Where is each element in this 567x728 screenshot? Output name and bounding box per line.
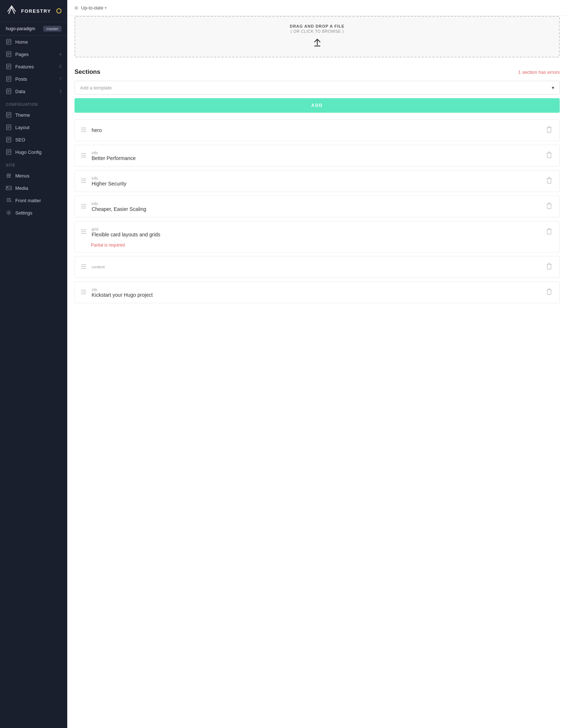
sidebar-item-home[interactable]: Home xyxy=(0,36,67,48)
section-item-inner: cta Kickstart your Hugo project xyxy=(75,282,559,303)
section-item-info-performance: info Better Performance xyxy=(75,145,560,167)
drag-handle-icon[interactable] xyxy=(81,178,87,184)
section-type: info xyxy=(92,201,545,206)
sidebar-item-seo[interactable]: SEO xyxy=(0,133,67,146)
delete-section-button[interactable] xyxy=(545,201,554,212)
status-dot-icon xyxy=(75,6,78,10)
topbar: Up-to-date ▾ xyxy=(67,0,567,16)
drag-handle-icon[interactable] xyxy=(81,289,87,295)
sidebar-item-count: 4 xyxy=(59,52,61,56)
section-info: info Better Performance xyxy=(92,151,545,161)
status-circle-icon xyxy=(56,8,61,13)
sidebar-item-front-matter[interactable]: Front matter xyxy=(0,194,67,207)
delete-section-button[interactable] xyxy=(545,227,554,237)
pages-document-icon xyxy=(6,51,12,57)
sidebar-item-posts[interactable]: Posts 7 xyxy=(0,73,67,85)
sidebar-item-label: Front matter xyxy=(15,198,41,203)
sidebar-item-theme[interactable]: Theme xyxy=(0,109,67,121)
media-icon xyxy=(6,185,12,191)
drag-handle-icon[interactable] xyxy=(81,264,87,270)
add-template-button[interactable]: ADD xyxy=(75,98,560,113)
forestry-logo-icon xyxy=(6,5,17,17)
sidebar-item-hugo-config[interactable]: Hugo Config xyxy=(0,146,67,158)
seo-document-icon xyxy=(6,137,12,143)
sidebar-header: FORESTRY xyxy=(0,0,67,22)
hugo-config-document-icon xyxy=(6,149,12,155)
sidebar-item-label: Theme xyxy=(15,112,30,118)
delete-section-button[interactable] xyxy=(545,125,554,136)
delete-section-button[interactable] xyxy=(545,287,554,298)
section-item-info-security: info Higher Security xyxy=(75,170,560,192)
section-item-inner: info Cheaper, Easier Scaling xyxy=(75,196,559,217)
section-item-inner: content xyxy=(75,256,559,277)
sidebar-item-label: Hugo Config xyxy=(15,149,41,155)
drag-handle-icon[interactable] xyxy=(81,153,87,159)
svg-point-40 xyxy=(7,187,8,188)
sidebar-item-pages[interactable]: Pages 4 xyxy=(0,48,67,60)
section-item-inner: info Better Performance xyxy=(75,145,559,166)
repo-row: hugo-paradigm master xyxy=(0,22,67,36)
section-info: info Cheaper, Easier Scaling xyxy=(92,201,545,212)
svg-rect-39 xyxy=(6,186,11,190)
delete-section-button[interactable] xyxy=(545,150,554,161)
section-item-info-scaling: info Cheaper, Easier Scaling xyxy=(75,196,560,217)
sidebar-item-label: Layout xyxy=(15,125,29,130)
sidebar-item-label: Settings xyxy=(15,210,32,216)
section-info: info Higher Security xyxy=(92,176,545,187)
sidebar-item-label: Menus xyxy=(15,173,29,179)
repo-name: hugo-paradigm xyxy=(6,26,35,31)
sidebar-item-label: Features xyxy=(15,64,34,69)
upload-icon xyxy=(83,37,552,49)
delete-section-button[interactable] xyxy=(545,261,554,272)
section-item-inner: hero xyxy=(75,120,559,141)
config-section-label: CONFIGUATION xyxy=(0,97,67,109)
main-content: Up-to-date ▾ DRAG AND DROP A FILE ( OR C… xyxy=(67,0,567,728)
delete-section-button[interactable] xyxy=(545,176,554,187)
template-select-placeholder[interactable]: Add a template xyxy=(75,81,547,94)
sidebar-item-label: SEO xyxy=(15,137,25,143)
section-name: Higher Security xyxy=(92,181,545,187)
sidebar-item-label: Posts xyxy=(15,76,27,82)
sidebar-item-data[interactable]: Data 3 xyxy=(0,85,67,97)
branch-badge: master xyxy=(43,26,61,32)
sidebar-item-layout[interactable]: Layout xyxy=(0,121,67,133)
nav-main: Home Pages 4 Features 5 xyxy=(0,36,67,97)
sections-header: Sections 1 section has errors xyxy=(75,66,560,76)
drag-handle-icon[interactable] xyxy=(81,204,87,209)
nav-site: Menus Media Front matter Sett xyxy=(0,169,67,219)
sidebar-item-label: Home xyxy=(15,39,28,45)
sidebar-item-menus[interactable]: Menus xyxy=(0,169,67,182)
section-item-grid-layouts: grid Flexible card layouts and grids Par… xyxy=(75,221,560,252)
svg-point-44 xyxy=(8,212,10,214)
sections-title: Sections xyxy=(75,68,100,76)
drag-drop-text: DRAG AND DROP A FILE xyxy=(83,24,552,28)
partial-error-text: Partial is required xyxy=(75,243,559,252)
chevron-down-icon[interactable]: ▾ xyxy=(105,6,106,10)
sidebar-item-settings[interactable]: Settings xyxy=(0,207,67,219)
drag-handle-icon[interactable] xyxy=(81,127,87,133)
sidebar-item-features[interactable]: Features 5 xyxy=(0,60,67,73)
section-type: info xyxy=(92,151,545,155)
section-name: Cheaper, Easier Scaling xyxy=(92,206,545,212)
drag-handle-icon[interactable] xyxy=(81,229,87,235)
section-info: cta Kickstart your Hugo project xyxy=(92,287,545,298)
template-chevron-icon[interactable]: ▾ xyxy=(547,81,559,94)
upload-area[interactable]: DRAG AND DROP A FILE ( OR CLICK TO BROWS… xyxy=(75,16,560,57)
front-matter-icon xyxy=(6,197,12,203)
sidebar-item-count: 7 xyxy=(59,77,61,81)
posts-document-icon xyxy=(6,76,12,82)
sidebar-item-media[interactable]: Media xyxy=(0,182,67,194)
section-item-inner: info Higher Security xyxy=(75,171,559,192)
section-name: hero xyxy=(92,127,545,133)
sections-list: hero xyxy=(75,119,560,303)
section-type: cta xyxy=(92,287,545,292)
section-name: Better Performance xyxy=(92,155,545,161)
sidebar-item-label: Data xyxy=(15,89,25,94)
settings-icon xyxy=(6,210,12,216)
template-select-row[interactable]: Add a template ▾ xyxy=(75,81,560,95)
sidebar-item-count: 3 xyxy=(59,89,61,93)
sections-error-badge: 1 section has errors xyxy=(518,69,560,75)
sidebar-item-count: 5 xyxy=(59,64,61,69)
section-type: content xyxy=(92,265,545,269)
features-document-icon xyxy=(6,64,12,69)
